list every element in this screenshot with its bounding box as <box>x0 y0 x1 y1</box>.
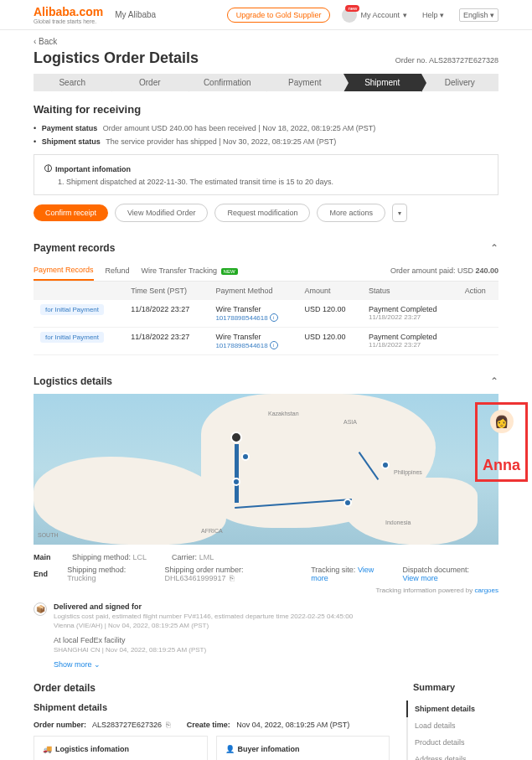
summary-item-load[interactable]: Load details <box>408 717 498 734</box>
more-actions-dropdown[interactable]: ▾ <box>392 204 407 222</box>
tab-wire-transfer[interactable]: Wire Transfer Tracking NEW <box>142 261 238 280</box>
person-icon: 👤 <box>225 745 235 753</box>
order-details-title: Order details <box>34 682 390 694</box>
tab-refund[interactable]: Refund <box>106 261 130 280</box>
info-item: 1. Shipment dispatched at 2022-11-30. Th… <box>58 178 488 186</box>
shipment-details-heading: Shipment details <box>34 702 390 712</box>
step-order: Order <box>111 74 189 91</box>
step-shipment: Shipment <box>343 74 421 91</box>
dispatch-link[interactable]: View more <box>402 574 437 582</box>
info-icon[interactable]: i <box>270 313 278 322</box>
payment-records-title: Payment records <box>34 242 115 254</box>
avatar: new <box>342 8 357 23</box>
step-confirmation: Confirmation <box>189 74 266 91</box>
page-title: Logistics Order Details <box>34 49 199 67</box>
truck-icon: 🚚 <box>43 745 52 753</box>
waiting-title: Waiting for receiving <box>34 103 498 116</box>
payment-table: Time Sent (PST) Payment Method Amount St… <box>34 282 498 355</box>
upgrade-button[interactable]: Upgrade to Gold Supplier <box>227 8 331 23</box>
logistics-section: Logistics details ⌃ Kazakhstan ASIA AFRI… <box>34 369 498 669</box>
powered-by: Tracking information powered by cargoes <box>376 587 498 594</box>
tab-payment-records[interactable]: Payment Records <box>34 261 94 281</box>
package-icon: 📦 <box>34 602 47 616</box>
request-modification-button[interactable]: Request modification <box>214 204 310 222</box>
language-select[interactable]: English ▾ <box>459 8 498 22</box>
anna-assistant[interactable]: 👩 Anna <box>475 402 528 482</box>
map-marker[interactable] <box>232 478 240 486</box>
show-more-link[interactable]: Show more ⌄ <box>54 660 101 669</box>
logo-text: Alibaba.com <box>34 5 103 18</box>
step-delivery: Delivery <box>421 74 499 91</box>
info-icon[interactable]: i <box>270 341 278 349</box>
collapse-icon[interactable]: ⌃ <box>490 242 498 254</box>
delivered-title: Delivered and signed for <box>54 602 498 611</box>
logo[interactable]: Alibaba.com Global trade starts here. <box>34 5 103 24</box>
logo-tagline: Global trade starts here. <box>34 18 103 24</box>
map-marker[interactable] <box>241 452 250 461</box>
account-menu[interactable]: new My Account ▾ <box>342 8 407 23</box>
top-header: Alibaba.com Global trade starts here. My… <box>0 0 532 30</box>
new-badge: NEW <box>221 268 238 275</box>
payment-status-row: Payment status Order amount USD 240.00 h… <box>34 124 498 132</box>
logistics-info-card: 🚚 Logistics infomation China | 200001 — … <box>34 736 208 760</box>
back-link[interactable]: ‹ Back <box>34 37 57 46</box>
help-link[interactable]: Help ▾ <box>419 9 447 21</box>
payment-tag: for Initial Payment <box>40 332 104 343</box>
progress-steps: Search Order Confirmation Payment Shipme… <box>34 74 498 91</box>
copy-icon[interactable]: ⎘ <box>230 574 234 582</box>
map-marker[interactable] <box>230 432 242 443</box>
buyer-info-card: 👤 Buyer infomation Business name: Alibab… <box>216 736 390 760</box>
important-info-box: ⓘ Important infomation 1. Shipment dispa… <box>34 154 498 195</box>
payment-tag: for Initial Payment <box>40 304 104 315</box>
payment-records-section: Payment records ⌃ Payment Records Refund… <box>34 235 498 355</box>
map-marker[interactable] <box>381 461 390 469</box>
more-actions-button[interactable]: More actions <box>317 204 385 222</box>
account-label: My Account <box>360 11 400 19</box>
collapse-icon[interactable]: ⌃ <box>490 375 498 387</box>
summary-item-shipment[interactable]: Shipment details <box>406 701 498 717</box>
step-payment: Payment <box>266 74 344 91</box>
anna-label: Anna <box>483 457 520 474</box>
shipment-status-row: Shipment status The service provider has… <box>34 137 498 146</box>
logistics-title: Logistics details <box>34 375 112 387</box>
amount-paid: Order amount paid: USD 240.00 <box>390 266 498 275</box>
view-modified-order-button[interactable]: View Modified Order <box>115 204 208 222</box>
summary-item-address[interactable]: Address details <box>408 751 498 760</box>
summary-nav: Shipment details Load details Product de… <box>406 701 498 760</box>
waiting-section: Waiting for receiving Payment status Ord… <box>34 103 498 222</box>
logistics-map[interactable]: Kazakhstan ASIA AFRICA Philippines Indon… <box>34 394 498 545</box>
new-badge: new <box>345 5 359 12</box>
map-marker[interactable] <box>343 499 352 507</box>
order-number-display: Order no. ALS283727E627328 <box>395 56 498 65</box>
table-row: for Initial Payment 11/18/2022 23:27 Wir… <box>34 300 498 328</box>
copy-icon[interactable]: ⎘ <box>166 721 170 729</box>
table-row: for Initial Payment 11/18/2022 23:27 Wir… <box>34 328 498 355</box>
chevron-down-icon: ▾ <box>403 11 407 19</box>
summary-item-product[interactable]: Product details <box>408 734 498 751</box>
anna-avatar-icon: 👩 <box>490 410 514 433</box>
my-alibaba-link[interactable]: My Alibaba <box>115 10 156 19</box>
confirm-receipt-button[interactable]: Confirm receipt <box>34 204 108 221</box>
info-icon: ⓘ <box>44 163 52 174</box>
step-search: Search <box>34 74 111 91</box>
summary-title: Summary <box>406 682 498 692</box>
